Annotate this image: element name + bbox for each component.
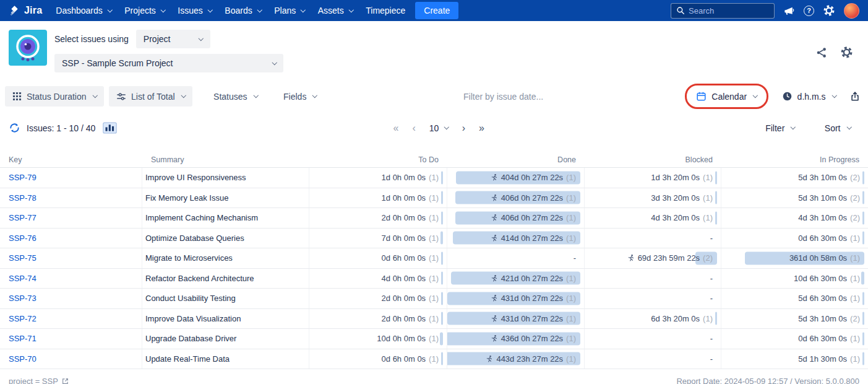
column-header-todo: To Do — [309, 155, 447, 164]
duration-value: - — [710, 334, 721, 343]
jira-logo[interactable]: Jira — [9, 5, 42, 17]
next-page-button[interactable]: › — [462, 123, 465, 133]
duration-cell-blocked: - — [585, 289, 721, 308]
help-icon[interactable]: ? — [804, 6, 814, 16]
page-settings-gear-icon[interactable] — [840, 46, 853, 59]
statuses-button[interactable]: Statuses — [208, 86, 262, 107]
key-cell: SSP-70 — [0, 349, 142, 369]
status-count: (1) — [850, 233, 860, 243]
status-count: (2) — [850, 213, 860, 222]
refresh-icon[interactable] — [9, 122, 20, 134]
calendar-icon — [696, 91, 707, 102]
issue-key-link[interactable]: SSP-72 — [9, 314, 37, 323]
time-format-button[interactable]: d.h.m.s — [777, 86, 841, 107]
list-type-button[interactable]: List of Total — [109, 86, 192, 107]
status-count: (1) — [850, 294, 860, 303]
last-page-button[interactable]: » — [479, 123, 484, 133]
issue-key-link[interactable]: SSP-70 — [9, 354, 37, 364]
issue-summary: Refactor Backend Architecture — [142, 269, 309, 289]
sort-button[interactable]: Sort — [820, 118, 856, 138]
column-header-summary: Summary — [142, 155, 309, 164]
issue-key-link[interactable]: SSP-74 — [9, 274, 37, 283]
status-count: (1) — [429, 213, 439, 222]
status-count: (1) — [566, 213, 576, 222]
status-count: (1) — [429, 354, 439, 364]
status-count: (1) — [429, 233, 439, 243]
create-button[interactable]: Create — [415, 2, 458, 19]
jql-query-link[interactable]: project = SSP — [9, 377, 69, 384]
duration-value: 7d 0h 0m 0s(1) — [382, 233, 447, 243]
filter-button[interactable]: Filter — [760, 118, 800, 138]
duration-value: 5d 3h 10m 0s(2) — [798, 173, 868, 182]
issue-key-link[interactable]: SSP-77 — [9, 213, 37, 222]
running-status-icon — [627, 254, 635, 262]
nav-dashboards[interactable]: Dashboards — [56, 6, 111, 15]
issue-summary: Fix Memory Leak Issue — [142, 188, 309, 208]
chevron-down-icon — [791, 124, 796, 129]
status-count: (2) — [850, 314, 860, 323]
duration-cell-to_do: 2d 0h 0m 0s(1) — [309, 309, 447, 329]
nav-projects[interactable]: Projects — [124, 6, 165, 15]
status-count: (1) — [850, 354, 860, 364]
nav-plans[interactable]: Plans — [274, 6, 305, 15]
chevron-down-icon — [257, 7, 262, 12]
duration-value: 414d 0h 27m 22s(1) — [490, 233, 584, 243]
user-avatar[interactable] — [844, 3, 859, 19]
duration-value: 1d 0h 0m 0s(1) — [382, 193, 447, 203]
key-cell: SSP-74 — [0, 269, 142, 289]
chevron-down-icon — [444, 124, 449, 129]
export-icon[interactable] — [849, 91, 861, 102]
duration-cell-in_progress: 0d 6h 30m 0s(1) — [721, 229, 868, 248]
report-type-button[interactable]: Status Duration — [5, 86, 104, 107]
annotation-red-circle: Calendar — [685, 84, 768, 109]
fields-button[interactable]: Fields — [278, 86, 322, 107]
status-count: (1) — [566, 193, 576, 203]
search-icon — [676, 6, 685, 15]
nav-boards[interactable]: Boards — [225, 6, 261, 15]
issue-key-link[interactable]: SSP-78 — [9, 193, 37, 203]
duration-cell-done: 406d 0h 27m 22s(1) — [447, 208, 585, 228]
running-status-icon — [490, 334, 498, 343]
duration-cell-blocked: 4d 3h 20m 0s(1) — [585, 208, 721, 228]
issues-count-label: Issues: 1 - 10 / 40 — [27, 123, 95, 133]
status-count: (1) — [566, 354, 576, 364]
duration-value: 443d 23h 27m 22s(1) — [485, 354, 584, 364]
page-size-select[interactable]: 10 — [429, 123, 449, 133]
issue-date-filter[interactable]: Filter by issue date... — [322, 92, 685, 102]
project-select[interactable]: SSP - Sample Scrum Project — [54, 54, 283, 72]
duration-cell-blocked: 1d 3h 20m 0s(1) — [585, 168, 721, 188]
issue-key-link[interactable]: SSP-76 — [9, 233, 37, 243]
search-input[interactable] — [689, 6, 769, 15]
key-cell: SSP-75 — [0, 248, 142, 268]
running-status-icon — [490, 294, 498, 302]
calendar-button[interactable]: Calendar — [691, 86, 762, 107]
prev-page-button[interactable]: ‹ — [412, 123, 415, 133]
issue-key-link[interactable]: SSP-79 — [9, 173, 37, 182]
nav-issues[interactable]: Issues — [178, 6, 212, 15]
nav-assets[interactable]: Assets — [318, 6, 353, 15]
issue-key-link[interactable]: SSP-75 — [9, 253, 37, 263]
status-count: (1) — [703, 173, 713, 182]
duration-value: 421d 0h 27m 22s(1) — [490, 274, 584, 283]
report-info: Report Date: 2024-05-09 12:57 / Version:… — [676, 377, 859, 384]
duration-value: 4d 0h 0m 0s(1) — [382, 274, 447, 283]
search-box[interactable] — [671, 3, 775, 19]
first-page-button[interactable]: « — [393, 123, 398, 133]
issue-key-link[interactable]: SSP-71 — [9, 334, 37, 343]
status-count: (1) — [429, 274, 439, 283]
top-navbar: Jira Dashboards Projects Issues Boards P… — [0, 0, 868, 21]
duration-value: 1d 3h 20m 0s(1) — [651, 173, 721, 182]
issue-key-link[interactable]: SSP-73 — [9, 294, 37, 303]
navbar-right: ? — [671, 3, 859, 19]
nav-timepiece[interactable]: Timepiece — [366, 6, 405, 15]
status-count: (1) — [566, 334, 576, 343]
duration-cell-to_do: 7d 0h 0m 0s(1) — [309, 229, 447, 248]
status-count: (1) — [703, 213, 713, 222]
issue-source-select[interactable]: Project — [136, 30, 210, 48]
table-row: SSP-78Fix Memory Leak Issue1d 0h 0m 0s(1… — [0, 188, 868, 209]
settings-icon[interactable] — [823, 4, 835, 17]
chart-view-icon[interactable] — [103, 122, 117, 134]
announcements-icon[interactable] — [783, 5, 795, 17]
share-icon[interactable] — [815, 46, 828, 59]
key-cell: SSP-71 — [0, 329, 142, 349]
